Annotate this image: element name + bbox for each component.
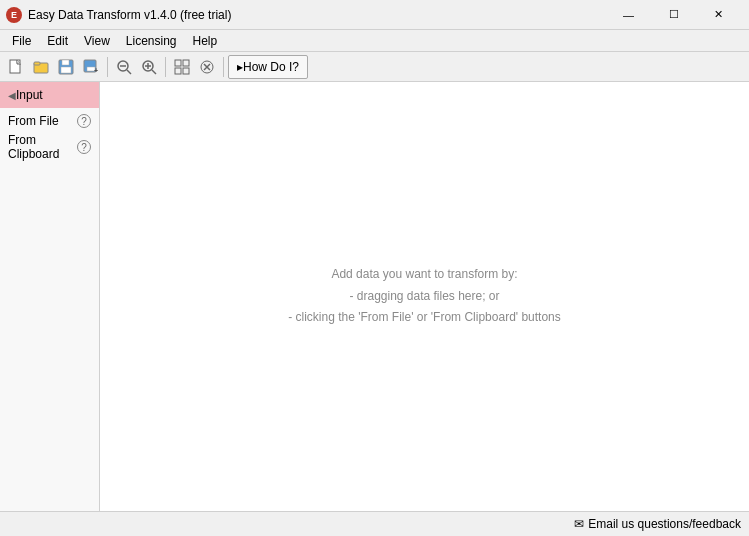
status-bar: ✉ Email us questions/feedback [0, 511, 749, 536]
menu-bar: File Edit View Licensing Help [0, 30, 749, 52]
center-canvas[interactable]: Add data you want to transform by: - dra… [100, 82, 749, 511]
svg-rect-7 [62, 60, 69, 65]
canvas-hint-line2: - dragging data files here; or [288, 286, 561, 308]
from-file-help-icon[interactable]: ? [77, 114, 91, 128]
panel-item-from-clipboard[interactable]: From Clipboard ? [0, 134, 99, 160]
panel-item-from-file[interactable]: From File ? [0, 108, 99, 134]
toolbar-sep-2 [165, 57, 166, 77]
from-clipboard-label: From Clipboard [8, 133, 77, 161]
toolbar-sep-3 [223, 57, 224, 77]
canvas-hint-line3: - clicking the 'From File' or 'From Clip… [288, 307, 561, 329]
app-title: Easy Data Transform v1.4.0 (free trial) [28, 8, 231, 22]
save-as-button[interactable]: + [79, 55, 103, 79]
input-label: Input [16, 88, 43, 102]
canvas-hint: Add data you want to transform by: - dra… [288, 264, 561, 329]
svg-rect-5 [34, 62, 40, 65]
svg-line-16 [152, 70, 156, 74]
input-arrow: ◀ [8, 90, 16, 101]
menu-view[interactable]: View [76, 30, 118, 52]
email-icon: ✉ [574, 517, 584, 531]
close-button[interactable]: ✕ [696, 0, 741, 30]
svg-rect-22 [183, 68, 189, 74]
from-file-label: From File [8, 114, 59, 128]
svg-text:E: E [11, 10, 17, 20]
how-do-i-button[interactable]: ▸How Do I? [228, 55, 308, 79]
maximize-button[interactable]: ☐ [651, 0, 696, 30]
zoom-in-button[interactable] [137, 55, 161, 79]
open-button[interactable] [29, 55, 53, 79]
title-bar: E Easy Data Transform v1.4.0 (free trial… [0, 0, 749, 30]
cancel-button[interactable] [195, 55, 219, 79]
email-label: Email us questions/feedback [588, 517, 741, 531]
zoom-out-button[interactable] [112, 55, 136, 79]
svg-line-13 [127, 70, 131, 74]
save-button[interactable] [54, 55, 78, 79]
svg-text:+: + [94, 67, 98, 74]
left-panel: ◀ Input From File ? From Clipboard ? [0, 82, 100, 511]
menu-edit[interactable]: Edit [39, 30, 76, 52]
grid-button[interactable] [170, 55, 194, 79]
title-bar-controls: — ☐ ✕ [606, 0, 741, 30]
svg-rect-19 [175, 60, 181, 66]
menu-licensing[interactable]: Licensing [118, 30, 185, 52]
canvas-hint-line1: Add data you want to transform by: [288, 264, 561, 286]
title-bar-left: E Easy Data Transform v1.4.0 (free trial… [6, 7, 231, 23]
svg-rect-21 [175, 68, 181, 74]
toolbar: + [0, 52, 749, 82]
main-area: ◀ Input From File ? From Clipboard ? Add… [0, 82, 749, 511]
panel-item-input[interactable]: ◀ Input [0, 82, 99, 108]
minimize-button[interactable]: — [606, 0, 651, 30]
toolbar-sep-1 [107, 57, 108, 77]
new-button[interactable] [4, 55, 28, 79]
from-clipboard-help-icon[interactable]: ? [77, 140, 91, 154]
svg-rect-20 [183, 60, 189, 66]
app-icon: E [6, 7, 22, 23]
svg-rect-8 [61, 67, 71, 73]
menu-file[interactable]: File [4, 30, 39, 52]
email-feedback-button[interactable]: ✉ Email us questions/feedback [574, 517, 741, 531]
menu-help[interactable]: Help [185, 30, 226, 52]
